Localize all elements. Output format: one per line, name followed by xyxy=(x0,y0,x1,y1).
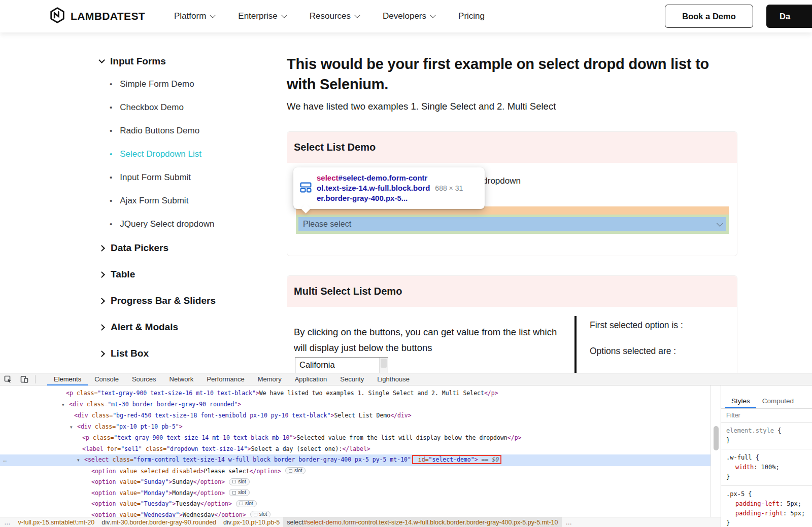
devtools-tab-lighthouse[interactable]: Lighthouse xyxy=(370,373,416,385)
css-rule[interactable]: element.style {} xyxy=(721,423,812,449)
breadcrumb-item[interactable]: select#select-demo.form-control.text-siz… xyxy=(283,517,561,527)
listbox-scroll-thumb[interactable] xyxy=(381,359,387,368)
styles-tab-styles[interactable]: Styles xyxy=(725,394,756,408)
first-selected-label: First selected option is : xyxy=(590,320,683,331)
tooltip-dimensions: 688 × 31 xyxy=(435,184,463,192)
sidebar-section-alert-modals[interactable]: Alert & Modals xyxy=(99,322,257,333)
slot-badge[interactable]: slot xyxy=(285,467,306,474)
nav-item-developers[interactable]: Developers xyxy=(383,11,435,21)
syntax-token: > xyxy=(200,468,204,475)
styles-filter-input[interactable]: Filter xyxy=(721,409,812,423)
sidebar-item-input-form-submit[interactable]: •Input Form Submit xyxy=(110,172,257,183)
styles-tab-computed[interactable]: Computed xyxy=(756,394,800,408)
sidebar-section-input-forms[interactable]: Input Forms xyxy=(99,56,257,67)
tree-node[interactable]: <p class="text-gray-900 text-size-16 mt-… xyxy=(0,388,710,399)
chevron-down-icon xyxy=(430,12,435,18)
devtools-tab-sources[interactable]: Sources xyxy=(125,373,163,385)
slot-badge[interactable]: slot xyxy=(236,500,257,507)
slot-badge-label: slot xyxy=(238,476,246,487)
css-rule[interactable]: .px-5 {padding-left: 5px;padding-right: … xyxy=(721,486,812,527)
devtools-tab-console[interactable]: Console xyxy=(88,373,125,385)
tree-scroll-thumb[interactable] xyxy=(714,426,719,450)
sidebar-section-progress-bar-sliders[interactable]: Progress Bar & Sliders xyxy=(99,295,257,306)
devtools-tab-security[interactable]: Security xyxy=(333,373,370,385)
syntax-token: > xyxy=(475,456,478,463)
css-rule[interactable]: .w-full {width: 100%;} xyxy=(721,449,812,486)
sidebar-section-label: Data Pickers xyxy=(111,242,168,254)
sidebar-item-label: JQuery Select dropdown xyxy=(120,219,214,229)
sidebar-item-label: Ajax Form Submit xyxy=(120,196,188,206)
tree-node[interactable]: …▾<select class="form-control text-size-… xyxy=(0,454,710,466)
tree-node[interactable]: <option value="Wednesday">Wednesday</opt… xyxy=(0,510,710,518)
syntax-token: "text-gray-900 text-size-14 mt-10 text-b… xyxy=(114,434,293,441)
css-property-name: padding-right xyxy=(735,510,783,517)
tree-node[interactable]: <label for="sel1" class="dropdown text-s… xyxy=(0,444,710,455)
sidebar-item-jquery-select-dropdown[interactable]: •JQuery Select dropdown xyxy=(110,219,257,229)
devtools-tabs: ElementsConsoleSourcesNetworkPerformance… xyxy=(47,373,416,385)
nav-item-platform[interactable]: Platform xyxy=(174,11,215,21)
sidebar-item-label: Radio Buttons Demo xyxy=(120,126,199,136)
css-declaration[interactable]: padding-left: 5px; xyxy=(726,499,812,509)
listbox-option-california[interactable]: California xyxy=(295,358,388,372)
lambdatest-logo-icon xyxy=(49,7,66,26)
expand-arrow-icon[interactable]: ▾ xyxy=(70,422,77,433)
devtools-tab-application[interactable]: Application xyxy=(288,373,334,385)
open-brace: { xyxy=(774,427,781,434)
breadcrumb-item[interactable]: div.px-10.pt-10.pb-5 xyxy=(220,517,283,527)
sidebar-item-checkbox-demo[interactable]: •Checkbox Demo xyxy=(110,102,257,113)
sidebar-item-list: •Simple Form Demo•Checkbox Demo•Radio Bu… xyxy=(110,79,257,229)
tree-scrollbar[interactable] xyxy=(710,385,721,517)
devtools-tab-network[interactable]: Network xyxy=(163,373,200,385)
tree-node[interactable]: <option value="Sunday">Sunday</option>sl… xyxy=(0,477,710,488)
inspect-padding-overlay: Please select xyxy=(296,215,729,234)
lambdatest-logo[interactable]: LAMBDATEST xyxy=(49,7,145,26)
tree-node[interactable]: <p class="text-gray-900 text-size-14 mt-… xyxy=(0,433,710,444)
slot-badge[interactable]: slot xyxy=(229,478,250,485)
expand-arrow-icon[interactable]: ▾ xyxy=(77,455,84,466)
breadcrumb-ellipsis[interactable]: … xyxy=(0,519,15,526)
day-select-dropdown[interactable]: Please select xyxy=(298,217,726,231)
tree-node[interactable]: <option value="Monday">Monday</option>sl… xyxy=(0,488,710,499)
syntax-token: <option xyxy=(91,468,116,475)
sidebar-item-simple-form-demo[interactable]: •Simple Form Demo xyxy=(110,79,257,89)
devtools-panel: ElementsConsoleSourcesNetworkPerformance… xyxy=(0,373,812,527)
sidebar-item-ajax-form-submit[interactable]: •Ajax Form Submit xyxy=(110,196,257,206)
annotation-highlight-box: id="select-demo"> == $0 xyxy=(412,455,501,464)
breadcrumb-item[interactable]: div.mt-30.border.border-gray-90.rounded xyxy=(98,517,220,527)
breadcrumb-ellipsis[interactable]: … xyxy=(562,519,577,526)
tree-node[interactable]: ▾<div class="px-10 pt-10 pb-5"> xyxy=(0,421,710,433)
inspect-element-icon[interactable] xyxy=(0,373,16,385)
nav-item-pricing[interactable]: Pricing xyxy=(458,11,485,21)
syntax-token: "dropdown text-size-14" xyxy=(166,445,247,452)
tree-node[interactable]: ▾<div class="mt-30 border border-gray-90… xyxy=(0,399,710,411)
sidebar-item-radio-buttons-demo[interactable]: •Radio Buttons Demo xyxy=(110,126,257,136)
devtools-tab-performance[interactable]: Performance xyxy=(200,373,251,385)
slot-badge-label: slot xyxy=(294,465,302,476)
sidebar-section-table[interactable]: Table xyxy=(99,269,257,280)
sidebar-section-list-box[interactable]: List Box xyxy=(99,348,257,359)
css-declaration[interactable]: width: 100%; xyxy=(726,463,812,472)
devtools-tab-memory[interactable]: Memory xyxy=(251,373,288,385)
css-declaration[interactable]: padding-right: 5px; xyxy=(726,509,812,518)
dashboard-button[interactable]: Da xyxy=(766,5,812,28)
slot-badge-label: slot xyxy=(259,509,267,517)
device-toolbar-icon[interactable] xyxy=(16,373,32,385)
nav-item-enterprise[interactable]: Enterprise xyxy=(238,11,286,21)
syntax-token: "Tuesday" xyxy=(141,500,172,507)
sidebar-section-data-pickers[interactable]: Data Pickers xyxy=(99,242,257,254)
syntax-token: "mt-30 border border-gray-90 rounded" xyxy=(108,401,238,408)
tree-node[interactable]: <option value selected disabled>Please s… xyxy=(0,466,710,477)
nav-item-resources[interactable]: Resources xyxy=(310,11,359,21)
breadcrumb-item[interactable]: v-full.px-15.smtablet\:mt-20 xyxy=(15,517,98,527)
syntax-token: </p> xyxy=(484,390,498,397)
tree-node[interactable]: <div class="bg-red-450 text-size-18 font… xyxy=(0,410,710,421)
tree-node[interactable]: <option value="Tuesday">Tuesday</option>… xyxy=(0,499,710,510)
syntax-token: "sel1" xyxy=(121,445,142,452)
main-nav: PlatformEnterpriseResourcesDevelopersPri… xyxy=(174,0,485,32)
sidebar-item-select-dropdown-list[interactable]: •Select Dropdown List xyxy=(110,149,257,159)
slot-badge[interactable]: slot xyxy=(229,489,250,496)
devtools-tab-elements[interactable]: Elements xyxy=(47,373,88,385)
syntax-token: </option> xyxy=(200,500,232,507)
book-a-demo-button[interactable]: Book a Demo xyxy=(665,5,753,28)
expand-arrow-icon[interactable]: ▾ xyxy=(62,400,69,411)
